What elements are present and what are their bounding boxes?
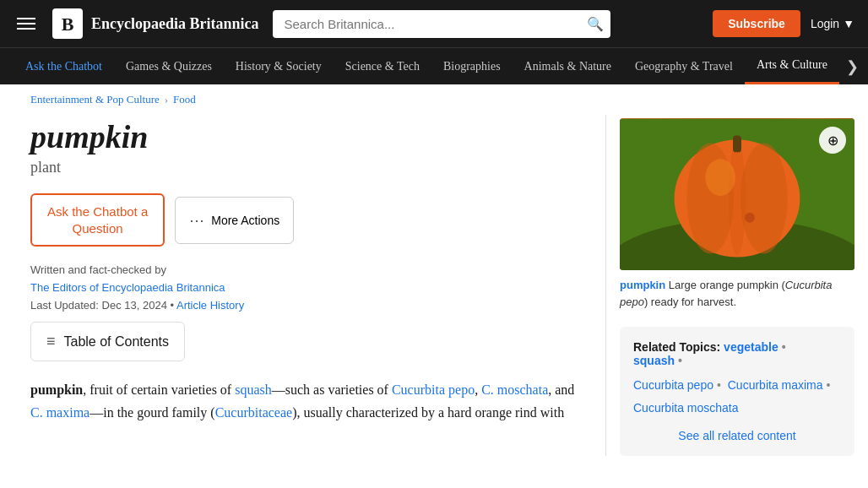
nav-item-biographies[interactable]: Biographies xyxy=(431,50,513,84)
cucurbitaceae-link[interactable]: Cucurbitaceae xyxy=(215,405,293,420)
zoom-button[interactable]: ⊕ xyxy=(819,127,846,154)
hamburger-button[interactable] xyxy=(14,14,39,33)
svg-rect-9 xyxy=(733,136,741,153)
search-input[interactable] xyxy=(273,10,610,38)
search-icon: 🔍 xyxy=(587,17,604,31)
article-history-link[interactable]: Article History xyxy=(176,299,244,312)
article-body-text4: —in the gourd family ( xyxy=(90,405,214,420)
subscribe-button[interactable]: Subscribe xyxy=(713,10,800,37)
nav-item-games[interactable]: Games & Quizzes xyxy=(114,50,224,84)
related-vegetable-link[interactable]: vegetable xyxy=(724,340,778,354)
article-body-text1: , fruit of certain varieties of xyxy=(83,382,235,397)
breadcrumb-food[interactable]: Food xyxy=(173,93,196,106)
related-squash-link[interactable]: squash xyxy=(633,354,675,367)
chatbot-question-button[interactable]: Ask the Chatbot aQuestion xyxy=(30,193,165,247)
main-container: pumpkin plant Ask the Chatbot aQuestion … xyxy=(0,115,868,456)
more-actions-dots-icon: ⋯ xyxy=(189,211,204,230)
article-metadata-updated: Last Updated: Dec 13, 2024 • Article His… xyxy=(30,299,575,312)
nav-item-science[interactable]: Science & Tech xyxy=(334,50,431,84)
hamburger-line xyxy=(17,23,35,24)
nav-bar: Ask the Chatbot Games & Quizzes History … xyxy=(0,47,868,84)
last-updated-label: Last Updated: Dec 13, 2024 • xyxy=(30,299,174,312)
svg-point-7 xyxy=(729,141,746,255)
nav-item-chatbot[interactable]: Ask the Chatbot xyxy=(14,50,114,84)
more-actions-label: More Actions xyxy=(211,214,279,227)
nav-chevron-right-icon[interactable]: ❯ xyxy=(839,51,865,83)
article-body: pumpkin, fruit of certain varieties of s… xyxy=(30,378,575,424)
sep2: • xyxy=(678,354,682,367)
article-image: ⊕ xyxy=(620,118,854,270)
article-body-text2: —such as varieties of xyxy=(272,382,392,397)
toc-label: Table of Contents xyxy=(64,334,170,350)
logo-text: Encyclopaedia Britannica xyxy=(91,15,259,33)
article-metadata-written: Written and fact-checked by xyxy=(30,263,575,276)
search-bar: 🔍 xyxy=(273,10,610,38)
nav-item-history[interactable]: History & Society xyxy=(224,50,334,84)
related-topics-list: Cucurbita pepo• Cucurbita maxima• Cucurb… xyxy=(633,374,841,419)
cucurbita-pepo-link[interactable]: Cucurbita pepo xyxy=(392,382,475,397)
login-label: Login xyxy=(811,17,839,30)
image-caption: pumpkin Large orange pumpkin (Cucurbita … xyxy=(620,277,854,310)
action-buttons: Ask the Chatbot aQuestion ⋯ More Actions xyxy=(30,193,575,247)
chevron-down-icon: ▼ xyxy=(843,17,854,30)
related-cucurbita-moschata-link[interactable]: Cucurbita moschata xyxy=(633,401,739,415)
sep1: • xyxy=(782,340,786,354)
article-image-container: ⊕ pumpkin Large orange pumpkin (Cucurbit… xyxy=(620,118,854,310)
c-moschata-link[interactable]: C. moschata xyxy=(481,382,548,397)
breadcrumb: Entertainment & Pop Culture › Food xyxy=(0,84,868,115)
image-caption-text: Large orange pumpkin ( xyxy=(669,279,785,291)
login-button[interactable]: Login ▼ xyxy=(811,17,854,30)
related-topics: Related Topics: vegetable• squash• Cucur… xyxy=(620,327,854,456)
right-sidebar: ⊕ pumpkin Large orange pumpkin (Cucurbit… xyxy=(606,115,868,456)
nav-item-animals[interactable]: Animals & Nature xyxy=(513,50,623,84)
author-link[interactable]: The Editors of Encyclopaedia Britannica xyxy=(30,281,225,294)
related-topics-title-text: Related Topics: xyxy=(633,340,720,354)
squash-link[interactable]: squash xyxy=(235,382,272,397)
breadcrumb-separator: › xyxy=(165,93,168,106)
sep4: • xyxy=(827,378,831,392)
svg-text:B: B xyxy=(62,14,74,35)
article-bold-term: pumpkin xyxy=(30,382,83,397)
c-maxima-link[interactable]: C. maxima xyxy=(30,405,90,420)
comma1: , xyxy=(475,382,481,397)
nav-item-arts[interactable]: Arts & Culture xyxy=(745,48,839,84)
svg-point-5 xyxy=(686,143,734,253)
related-topics-title: Related Topics: vegetable• squash• xyxy=(633,340,841,367)
hamburger-line xyxy=(17,18,35,19)
article-title: pumpkin xyxy=(30,118,575,155)
svg-point-10 xyxy=(745,213,755,223)
header: B Encyclopaedia Britannica 🔍 Subscribe L… xyxy=(0,0,868,47)
article-body-text5: ), usually characterized by a hard orang… xyxy=(292,405,564,420)
written-label: Written and fact-checked by xyxy=(30,263,166,276)
svg-point-6 xyxy=(741,143,788,253)
article-metadata-author: The Editors of Encyclopaedia Britannica xyxy=(30,281,575,294)
logo[interactable]: B Encyclopaedia Britannica xyxy=(52,8,259,39)
table-of-contents-button[interactable]: ≡ Table of Contents xyxy=(30,322,185,361)
hamburger-line xyxy=(17,28,35,30)
toc-icon: ≡ xyxy=(46,333,56,350)
article-subtitle: plant xyxy=(30,159,575,176)
image-caption-end: ) ready for harvest. xyxy=(644,296,736,308)
content-area: pumpkin plant Ask the Chatbot aQuestion … xyxy=(30,115,592,456)
image-caption-subject-link[interactable]: pumpkin xyxy=(620,279,665,291)
breadcrumb-entertainment[interactable]: Entertainment & Pop Culture xyxy=(30,93,160,106)
related-cucurbita-maxima-link[interactable]: Cucurbita maxima xyxy=(728,378,823,392)
britannica-logo-icon: B xyxy=(52,8,83,39)
sep3: • xyxy=(717,378,721,392)
article-body-and: , and xyxy=(548,382,574,397)
nav-item-geography[interactable]: Geography & Travel xyxy=(623,50,745,84)
svg-point-8 xyxy=(705,159,735,196)
see-all-related-button[interactable]: See all related content xyxy=(633,429,841,442)
header-right: Subscribe Login ▼ xyxy=(713,10,854,37)
more-actions-button[interactable]: ⋯ More Actions xyxy=(175,197,294,244)
search-button[interactable]: 🔍 xyxy=(587,16,604,32)
zoom-icon: ⊕ xyxy=(827,133,838,149)
related-cucurbita-pepo-link[interactable]: Cucurbita pepo xyxy=(633,378,713,392)
